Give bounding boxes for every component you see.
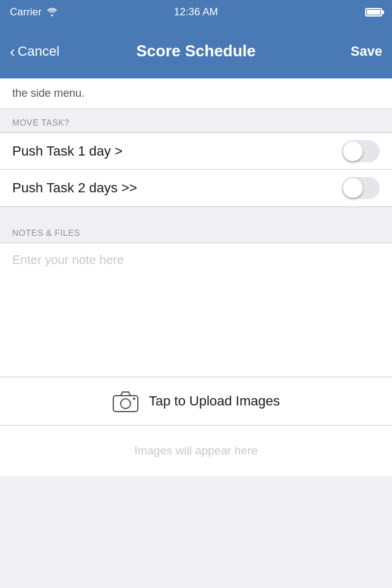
move-task-section: MOVE TASK? Push Task 1 day > Push Task 2… [0, 109, 392, 207]
upload-section: Tap to Upload Images Images will appear … [0, 377, 392, 476]
wifi-icon [47, 8, 58, 17]
svg-point-2 [133, 398, 135, 400]
carrier-label: Carrier [10, 6, 42, 18]
status-bar: Carrier 12:36 AM [0, 0, 392, 24]
notes-header: NOTES & FILES [0, 219, 392, 243]
status-bar-right [365, 8, 382, 17]
upload-label: Tap to Upload Images [149, 393, 280, 409]
push-task-1-toggle[interactable] [342, 140, 380, 162]
images-placeholder: Images will appear here [0, 426, 392, 476]
move-task-table: Push Task 1 day > Push Task 2 days >> [0, 132, 392, 207]
move-task-header: MOVE TASK? [0, 109, 392, 132]
push-task-2-label: Push Task 2 days >> [12, 180, 137, 196]
upload-button[interactable]: Tap to Upload Images [0, 377, 392, 426]
push-task-2-toggle[interactable] [342, 177, 380, 199]
spacer-1 [0, 207, 392, 219]
push-task-1-row: Push Task 1 day > [0, 133, 392, 170]
push-task-1-thumb [343, 141, 363, 161]
push-task-2-row: Push Task 2 days >> [0, 170, 392, 206]
status-bar-time: 12:36 AM [174, 6, 218, 18]
cancel-button[interactable]: ‹ Cancel [10, 43, 59, 59]
battery-icon [365, 8, 382, 17]
push-task-1-label: Push Task 1 day > [12, 143, 123, 159]
notes-files-section: NOTES & FILES Enter your note here [0, 219, 392, 377]
side-menu-snippet: the side menu. [0, 78, 392, 109]
camera-icon [112, 390, 139, 413]
cancel-label: Cancel [18, 43, 59, 59]
chevron-left-icon: ‹ [10, 43, 15, 59]
nav-bar: ‹ Cancel Score Schedule Save [0, 24, 392, 78]
push-task-2-thumb [343, 178, 363, 198]
nav-title: Score Schedule [136, 42, 255, 61]
notes-area[interactable]: Enter your note here [0, 243, 392, 377]
svg-point-1 [121, 399, 130, 409]
status-bar-left: Carrier [10, 6, 58, 18]
content-area: the side menu. MOVE TASK? Push Task 1 da… [0, 78, 392, 476]
save-button[interactable]: Save [351, 43, 382, 59]
notes-placeholder: Enter your note here [12, 253, 124, 266]
